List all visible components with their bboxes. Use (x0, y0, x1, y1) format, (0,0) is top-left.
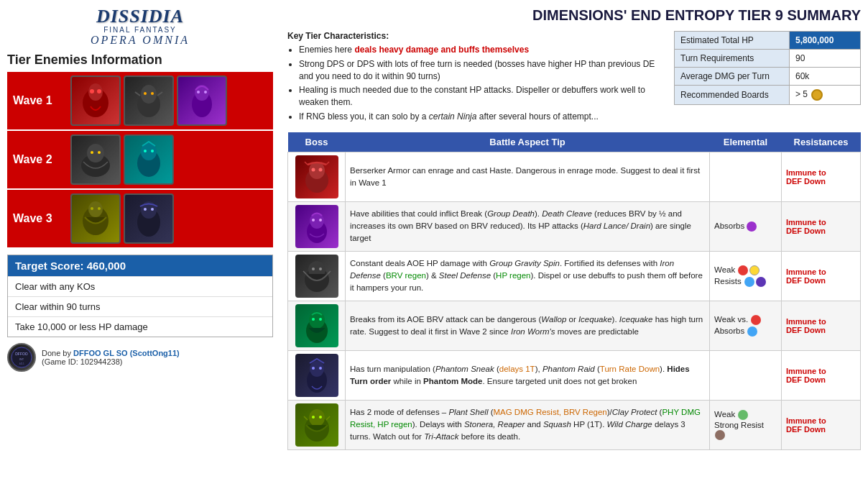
boss-2-aspect: Have abilities that could inflict Break … (346, 201, 710, 251)
stat-row-turn: Turn Requirements 90 (675, 50, 861, 68)
boss-1-img (288, 152, 346, 201)
wave-2-enemies (70, 134, 174, 185)
svg-point-5 (141, 85, 157, 104)
wave-1-enemy-2 (124, 76, 174, 126)
boss-3-resistances: Immune toDEF Down (782, 251, 861, 301)
svg-point-15 (98, 151, 101, 154)
svg-point-21 (88, 201, 103, 217)
svg-point-19 (151, 150, 154, 152)
boss-5-resistances: Immune toDEF Down (782, 350, 861, 400)
boss-6-img (288, 400, 346, 449)
ice-icon (744, 277, 754, 287)
key-char-highlight-1: deals heavy damage and buffs themselves (354, 45, 529, 55)
boss-1-portrait (295, 155, 338, 198)
wave-3-enemy-2 (124, 193, 174, 244)
logo-area: DISSIDIA FINAL FANTASY OPERA OMNIA (7, 7, 273, 47)
svg-point-45 (309, 311, 325, 329)
svg-text:4415: 4415 (19, 362, 24, 365)
boss-2-img (288, 201, 346, 251)
wind-icon (738, 410, 748, 420)
boss-table-header-row: Boss Battle Aspect Tip Elemental Resista… (288, 132, 861, 152)
svg-point-13 (87, 144, 104, 163)
boss-4-img (288, 301, 346, 350)
boss-row-3: Constant deals AOE HP damage with Group … (288, 251, 861, 301)
footer-text: Done by DFFOO GL SO (ScottOng11) (Game I… (42, 349, 180, 366)
boss-2-portrait (295, 205, 338, 248)
wave-2-enemy-2 (124, 134, 174, 185)
stat-boards-value: > 5 (790, 86, 861, 105)
boss-6-strong-label: Strong Resist (714, 421, 777, 429)
boss-3-aspect: Constant deals AOE HP damage with Group … (346, 251, 710, 301)
footer-done-by: Done by (42, 349, 73, 357)
boss-3-img (288, 251, 346, 301)
logo-dissidia: DISSIDIA (7, 7, 273, 26)
svg-text:DFFOO: DFFOO (15, 352, 28, 356)
boss-4-portrait (295, 304, 338, 347)
stat-hp-label: Estimated Total HP (675, 32, 790, 50)
svg-point-47 (319, 318, 322, 321)
target-score-item-2: Clear within 90 turns (8, 296, 272, 316)
fire-icon (738, 265, 748, 275)
svg-point-46 (312, 318, 315, 321)
boss-5-portrait (295, 354, 338, 397)
footer-area: DFFOO INT 4415 Done by DFFOO GL SO (Scot… (7, 343, 273, 372)
dark-icon (756, 277, 766, 287)
wave-3-row: Wave 3 (7, 190, 273, 247)
svg-point-50 (312, 367, 315, 370)
boss-6-elemental: Weak Strong Resist (710, 400, 782, 449)
coin-icon (811, 89, 823, 101)
svg-point-10 (197, 91, 200, 93)
page-title: DIMENSIONS' END ENTROPY TIER 9 SUMMARY (287, 7, 861, 24)
stats-table-container: Estimated Total HP 5,800,000 Turn Requir… (674, 31, 861, 125)
footer-game-id: (Game ID: 102944238) (42, 357, 123, 366)
svg-point-34 (311, 168, 315, 171)
elem-col-header: Elemental (710, 132, 782, 152)
svg-point-38 (312, 219, 315, 221)
stat-dmg-value: 60k (790, 68, 861, 86)
stat-row-boards: Recommended Boards > 5 (675, 86, 861, 105)
boss-2-elemental: Absorbs (710, 201, 782, 251)
wave-2-label: Wave 2 (13, 153, 70, 166)
svg-point-53 (309, 409, 325, 426)
boss-row-2: Have abilities that could inflict Break … (288, 201, 861, 251)
boss-3-elemental: Weak Resists (710, 251, 782, 301)
left-panel: DISSIDIA FINAL FANTASY OPERA OMNIA Tier … (7, 7, 280, 482)
svg-point-26 (144, 208, 147, 211)
svg-point-33 (309, 162, 325, 179)
key-char-item-3: Healing is much needed due to the consta… (299, 84, 667, 109)
stats-table: Estimated Total HP 5,800,000 Turn Requir… (674, 31, 861, 105)
info-section: Key Tier Characteristics: Enemies here d… (287, 31, 861, 125)
key-char-list: Enemies here deals heavy damage and buff… (287, 44, 667, 123)
svg-point-7 (151, 92, 154, 95)
svg-point-9 (195, 85, 209, 101)
key-characteristics: Key Tier Characteristics: Enemies here d… (287, 31, 667, 125)
boss-3-resist-label: Resists (714, 276, 777, 288)
key-char-item-4: If RNG bless you, it can solo by a certa… (299, 111, 667, 123)
key-char-item-2: Strong DPS or DPS with lots of free turn… (299, 58, 667, 83)
wave-1-label: Wave 1 (13, 94, 70, 107)
svg-text:INT: INT (19, 357, 24, 361)
svg-point-49 (310, 361, 324, 377)
logo-opera: OPERA OMNIA (7, 34, 273, 47)
svg-point-3 (97, 89, 101, 93)
right-panel: DIMENSIONS' END ENTROPY TIER 9 SUMMARY K… (280, 7, 861, 482)
key-char-title: Key Tier Characteristics: (287, 31, 667, 41)
ice-icon-2 (747, 326, 757, 337)
stat-hp-value: 5,800,000 (790, 32, 861, 50)
stat-row-hp: Estimated Total HP 5,800,000 (675, 32, 861, 50)
target-score-section: Target Score: 460,000 Clear with any KOs… (7, 255, 273, 337)
svg-point-6 (144, 92, 147, 95)
wave-1-enemy-1 (70, 76, 121, 126)
svg-point-23 (98, 207, 101, 210)
stat-boards-label: Recommended Boards (675, 86, 790, 105)
wave-3-enemy-1 (70, 193, 121, 244)
boss-4-absorbs-label: Absorbs (714, 326, 777, 337)
boss-table: Boss Battle Aspect Tip Elemental Resista… (287, 132, 861, 450)
boss-6-resistances: Immune toDEF Down (782, 400, 861, 449)
svg-point-55 (319, 416, 322, 419)
resist-col-header: Resistances (782, 132, 861, 152)
svg-point-18 (144, 150, 147, 152)
key-char-item-1: Enemies here deals heavy damage and buff… (299, 44, 667, 56)
target-score-item-1: Clear with any KOs (8, 276, 272, 296)
wave-2-row: Wave 2 (7, 131, 273, 188)
